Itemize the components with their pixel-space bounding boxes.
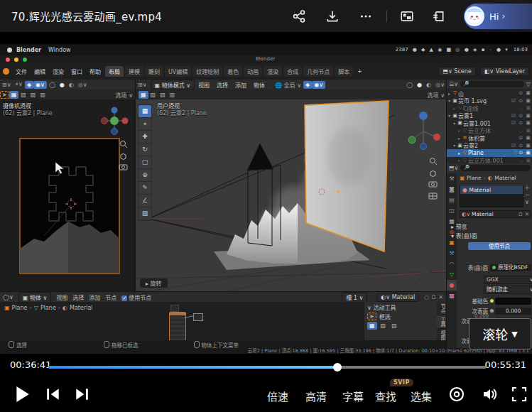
tab-geometry-nodes: 几何节点 <box>303 66 333 77</box>
blender-statusbar: 云雾2 | Plane | 顶点:16,868 | 面:16,595 | 三角面… <box>0 348 532 354</box>
proportional-icon: ◉∨ <box>312 81 325 89</box>
cursor-tool: ⌖ <box>139 118 151 130</box>
next-button[interactable] <box>72 385 91 403</box>
material-action-icons: ○ 🗋 ✕ <box>424 294 443 300</box>
fullscreen-icon[interactable] <box>510 385 528 403</box>
shading-wire-icon: ◯ <box>404 81 415 89</box>
base-color-row: 基础色 <box>458 297 531 305</box>
tab-scripting: 脚本 <box>335 66 353 77</box>
window-title: Blender <box>256 56 275 62</box>
close-traffic-light <box>6 58 10 62</box>
measure-tool: ∠ <box>139 195 151 207</box>
tool-name: 框选 <box>379 313 391 320</box>
mode-toggle-4-icon: ▥ <box>168 91 178 99</box>
active-tool-title: ∨ 活动工具 <box>364 302 438 313</box>
select-menu: 选择 <box>72 293 84 301</box>
episodes-button[interactable]: 选集 <box>411 389 432 403</box>
progress-knob[interactable] <box>333 363 342 372</box>
download-icon[interactable] <box>323 7 342 26</box>
shader-editor: ◯∨ ▣ 物体 ∨ 视图 选择 添加 节点 ✓使用节点 槽 1 ∨ ◐∨ Mat… <box>0 291 446 349</box>
shading-wire-icon: ◯ <box>47 81 58 89</box>
output-node <box>193 313 203 321</box>
distribution-dropdown: GGX∨ <box>484 276 532 284</box>
outliner-row: ▸∿C曲线◡ ▣ <box>447 104 532 112</box>
previous-button[interactable] <box>44 385 63 403</box>
account-button[interactable]: Hi › <box>464 4 532 29</box>
toggle-2-icon: ▨ <box>379 322 389 330</box>
node-menu: 节点 <box>105 293 116 301</box>
outliner-search: 🔎 <box>460 81 524 87</box>
surface-shader-row: 表(曲)面 原理化BSDF <box>458 264 531 271</box>
playback-speed-button[interactable]: 倍速 <box>267 389 288 403</box>
shading-material-icon: ◐ <box>424 81 433 89</box>
more-options-icon[interactable] <box>357 7 375 26</box>
mode-toggle-1-icon: ▦ <box>9 91 19 99</box>
share-icon[interactable] <box>290 7 308 26</box>
find-button[interactable]: 查找 <box>375 389 396 403</box>
play-button[interactable] <box>13 385 31 403</box>
output-tab-icon: ▤ <box>447 195 457 205</box>
volume-icon[interactable] <box>480 385 499 403</box>
chevron-right-icon: › <box>501 11 505 21</box>
record-screen-icon[interactable] <box>447 385 466 403</box>
add-menu: 添加 <box>89 293 100 301</box>
annotate-tool: ✎ <box>139 182 151 194</box>
mode-toggle-3-icon: ▧ <box>158 91 168 99</box>
video-frame[interactable]: Blender Window 2387 ● ◆ ▲ ◉ ■ ◎ ● ◈ ▪ ◦ … <box>0 32 532 359</box>
wheel-dropdown[interactable]: 滚轮 ▼ <box>469 318 531 349</box>
collection-icon: ▣ <box>452 113 458 119</box>
main-options-menu: 选项 ∨ <box>425 90 447 99</box>
preview-section: ▸ 预览 <box>451 222 467 230</box>
transform-tool: ⊕ <box>139 169 151 181</box>
blender-topbar: 文件 编辑 渲染 窗口 帮助 布局 建模 雕刻 UV编辑 纹理绘制 着色 动画 … <box>0 63 532 80</box>
subtitle-button[interactable]: 字幕 <box>342 389 364 403</box>
material-datablock: ◐∨Material🗋✕ <box>460 210 531 218</box>
add-cube-tool: ▧ <box>139 207 151 219</box>
sidebar-tabs: 节点 工具 视图 <box>437 302 446 340</box>
mesh-icon: ▽ <box>462 150 468 156</box>
tool-tab-icon: ⚒ <box>447 173 457 184</box>
total-time: 00:55:31 <box>485 359 526 370</box>
tab-rendering: 渲染 <box>264 66 282 77</box>
node-canvas: ▣Plane› ▽Plane› ◐Material <box>0 302 364 340</box>
menu-file: 文件 <box>16 67 27 75</box>
tab-tool: 工具 <box>437 315 446 329</box>
progress-bar[interactable] <box>48 366 487 369</box>
camera-viewport-header: ⊞∨ ⌖∨ ◈ ◉∨ ◯ ● ◐ ◎∨ <box>0 80 135 90</box>
properties-search: 🔎 <box>460 165 531 171</box>
shading-render-icon: ◎∨ <box>433 81 447 89</box>
modifier-tab-icon: ⚒ <box>447 248 457 259</box>
quality-button[interactable]: 高清 <box>305 389 327 403</box>
tab-shading: 着色 <box>224 66 242 77</box>
properties-breadcrumb: ▣Plane›◐Material <box>460 175 516 181</box>
proportional-edit-icon: ◉∨ <box>33 81 47 89</box>
camera-view-canvas: 摄像机透视 (62) 云雾2 | Plane <box>0 99 135 291</box>
outliner-row: ▾▣货币 1.svg☑ ⊙ ▣ <box>447 97 532 105</box>
outliner-row: ▸≋体积雾⊙ ▣ <box>447 134 532 142</box>
apple-logo-icon <box>7 48 12 53</box>
mini-player-icon[interactable] <box>429 7 447 26</box>
tab-layout: 布局 <box>105 66 124 77</box>
mesh-icon: ▽ <box>452 90 458 96</box>
camera-view-scene <box>0 99 135 291</box>
progress-fill <box>48 366 337 369</box>
collection-icon: ▣ <box>457 120 463 126</box>
use-nodes-button: 使用节点 <box>468 242 531 250</box>
editor-type-icon: ⬒∨ <box>449 165 458 171</box>
small-node <box>170 305 179 312</box>
main-info-label: (62) 云雾2 | Plane <box>157 109 207 116</box>
picture-in-picture-icon[interactable] <box>398 7 416 26</box>
snap-icon: ◈ <box>25 81 33 89</box>
tab-node: 节点 <box>437 302 446 315</box>
mode-toggle-3-icon: ▧ <box>28 91 38 99</box>
tab-sculpting: 雕刻 <box>145 66 163 77</box>
outliner: ☰∨ 🔎 ▽ ▸▽山⊙ ▣ ▾▣货币 1.svg☑ ⊙ ▣ ▸∿C曲线◡ ▣ ▾… <box>446 80 532 163</box>
menu-window: 窗口 <box>71 67 82 75</box>
main-tool-settings: ▦ ▨ ▧ ▥ 选项 ∨ <box>136 90 447 99</box>
camera-options-menu: 选项 ∨ <box>114 90 135 99</box>
shading-solid-icon: ● <box>58 81 67 89</box>
macos-window-menu: Window <box>48 47 71 53</box>
dropdown-arrow-icon: ▼ <box>511 330 517 339</box>
scale-tool: ▢ <box>139 156 151 168</box>
outliner-header: ☰∨ 🔎 ▽ <box>447 80 532 89</box>
